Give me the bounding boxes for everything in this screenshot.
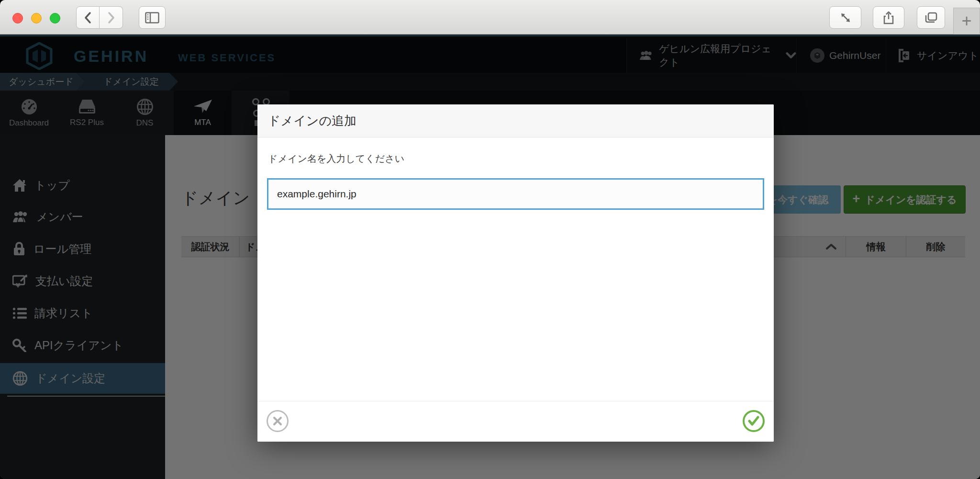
share-button[interactable] xyxy=(873,6,904,29)
sidebar-panel-icon xyxy=(145,12,159,23)
confirm-button[interactable] xyxy=(743,410,765,432)
browser-chrome: + xyxy=(0,0,980,34)
minimize-window-button[interactable] xyxy=(31,13,42,23)
modal-message: ドメイン名を入力してください xyxy=(268,152,404,165)
cancel-button[interactable] xyxy=(267,410,289,432)
share-icon xyxy=(882,11,895,25)
fullscreen-button[interactable] xyxy=(829,6,861,29)
close-window-button[interactable] xyxy=(12,13,23,23)
back-button[interactable] xyxy=(76,6,100,29)
check-icon xyxy=(747,416,760,426)
tabs-icon xyxy=(924,11,938,24)
tab-overview-button[interactable] xyxy=(917,6,945,29)
domain-name-input[interactable] xyxy=(267,178,764,210)
sidebar-toggle-button[interactable] xyxy=(139,6,166,29)
zoom-window-button[interactable] xyxy=(50,13,60,23)
fullscreen-icon xyxy=(839,11,852,24)
forward-button[interactable] xyxy=(100,6,123,29)
back-icon xyxy=(83,11,93,24)
add-domain-modal: ドメインの追加 ドメイン名を入力してください xyxy=(257,104,774,442)
browser-window: + GEHIRN WEB SERVICES ゲヒルン広報用プロジェクト xyxy=(0,0,980,479)
close-x-icon xyxy=(272,416,283,426)
new-tab-button[interactable]: + xyxy=(953,8,980,34)
modal-title: ドメインの追加 xyxy=(257,104,774,137)
modal-footer xyxy=(257,401,774,442)
forward-icon xyxy=(106,11,116,24)
